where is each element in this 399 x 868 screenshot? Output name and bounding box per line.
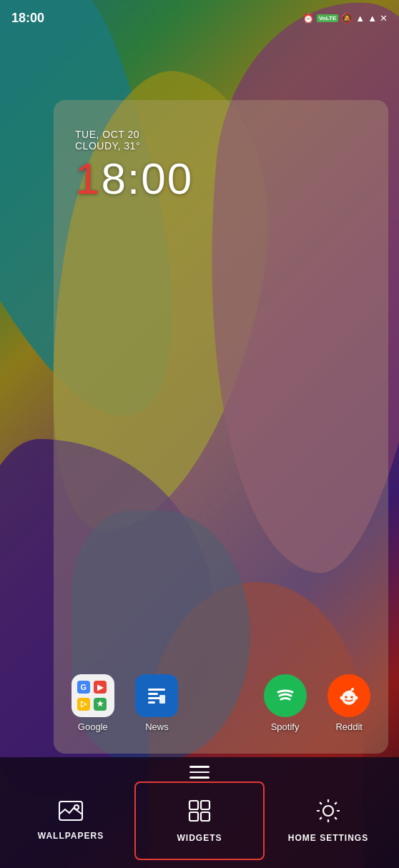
google-g-icon: G	[77, 681, 90, 694]
wallpapers-label: WALLPAPERS	[38, 831, 104, 841]
volte-badge: VoLTE	[317, 14, 338, 22]
svg-rect-16	[189, 812, 198, 821]
hamburger-line-3	[189, 776, 210, 779]
widgets-icon	[187, 798, 212, 827]
google-yellow-icon: ▷	[77, 698, 90, 711]
bottom-actions: WALLPAPERS WIDGETS HOME SE	[0, 781, 399, 860]
mute-icon: 🔕	[341, 13, 353, 24]
clock-date: TUE, OCT 20	[75, 129, 367, 140]
google-red-icon: ▶	[94, 681, 107, 694]
wallpapers-icon	[58, 800, 84, 825]
clock-time: 18:00	[75, 154, 367, 203]
svg-rect-2	[148, 697, 161, 699]
svg-point-7	[350, 696, 353, 699]
app-row: G ▶ ▷ ★ Google News	[68, 674, 374, 732]
bottom-bar: WALLPAPERS WIDGETS HOME SE	[0, 757, 399, 868]
widget-panel: TUE, OCT 20 CLOUDY, 31° 18:00 G ▶ ▷ ★ Go…	[54, 100, 388, 754]
svg-point-9	[355, 696, 358, 700]
svg-rect-15	[201, 801, 210, 809]
status-time: 18:00	[11, 11, 44, 26]
news-icon	[135, 674, 178, 717]
hamburger-line-2	[189, 771, 210, 774]
status-icons: ⏰ VoLTE 🔕 ▲ ▲ ✕	[302, 13, 388, 24]
hamburger-menu[interactable]	[189, 763, 210, 781]
svg-point-5	[342, 691, 356, 705]
clock-weather: CLOUDY, 31°	[75, 140, 367, 152]
svg-point-13	[74, 805, 79, 809]
google-icon: G ▶ ▷ ★	[72, 674, 114, 717]
app-item-spotify[interactable]: Spotify	[260, 674, 310, 732]
svg-rect-4	[159, 695, 165, 704]
wallpapers-button[interactable]: WALLPAPERS	[7, 781, 134, 860]
clock-rest-time: 8:00	[101, 154, 193, 203]
reddit-label: Reddit	[335, 721, 363, 732]
alarm-icon: ⏰	[302, 13, 314, 24]
news-svg	[144, 683, 169, 709]
spotify-icon	[264, 674, 307, 717]
app-item-reddit[interactable]: Reddit	[324, 674, 374, 732]
app-item-news[interactable]: News	[132, 674, 182, 732]
svg-line-11	[349, 690, 353, 691]
svg-rect-3	[148, 701, 155, 704]
signal-icon: ▲	[368, 13, 377, 24]
app-item-google[interactable]: G ▶ ▷ ★ Google	[68, 674, 118, 732]
svg-point-6	[345, 696, 348, 699]
news-label: News	[145, 721, 169, 732]
spotify-svg	[272, 683, 298, 709]
wifi-icon: ▲	[355, 13, 365, 24]
x-icon: ✕	[380, 13, 388, 24]
svg-point-18	[323, 806, 333, 816]
clock-red-digit: 1	[75, 154, 101, 203]
home-settings-button[interactable]: HOME SETTINGS	[265, 781, 392, 860]
widgets-button[interactable]: WIDGETS	[134, 781, 265, 860]
widgets-label: WIDGETS	[177, 833, 222, 843]
svg-point-8	[340, 696, 344, 700]
home-settings-icon	[315, 798, 341, 827]
svg-rect-0	[148, 689, 165, 691]
spotify-label: Spotify	[271, 721, 300, 732]
svg-rect-14	[189, 801, 198, 809]
reddit-svg	[335, 682, 363, 709]
clock-widget: TUE, OCT 20 CLOUDY, 31° 18:00	[68, 114, 374, 210]
hamburger-line-1	[189, 766, 210, 768]
google-green-icon: ★	[94, 698, 107, 711]
google-label: Google	[78, 721, 108, 732]
svg-rect-17	[201, 812, 210, 821]
svg-rect-1	[148, 693, 158, 695]
home-settings-label: HOME SETTINGS	[288, 833, 368, 843]
status-bar: 18:00 ⏰ VoLTE 🔕 ▲ ▲ ✕	[0, 0, 399, 36]
reddit-icon	[327, 674, 370, 717]
